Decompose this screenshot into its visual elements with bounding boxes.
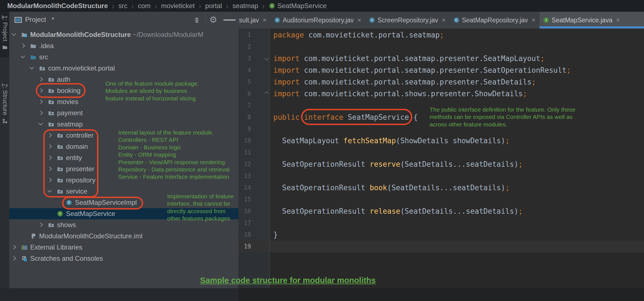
line-number: 15: [238, 194, 251, 205]
expand-chevron-icon[interactable]: [48, 188, 52, 193]
tree-row[interactable]: .idea: [9, 40, 238, 51]
tree-row[interactable]: ModularMonolithCodeStructure.iml: [9, 231, 238, 242]
breadcrumb-item[interactable]: src: [119, 2, 127, 10]
folder-icon: [30, 43, 36, 49]
project-panel-title: Project: [25, 16, 46, 23]
expand-chevron-icon[interactable]: [48, 178, 52, 182]
expand-chevron-icon[interactable]: [39, 77, 43, 82]
close-icon[interactable]: ×: [263, 16, 267, 24]
expand-chevron-icon[interactable]: [48, 144, 52, 149]
tree-row[interactable]: payment: [9, 107, 238, 119]
breadcrumb-separator-icon: ›: [132, 1, 134, 11]
collapse-all-icon[interactable]: [194, 17, 200, 23]
expand-chevron-icon[interactable]: [39, 223, 43, 227]
chevron-down-icon[interactable]: ▾: [52, 16, 54, 22]
tree-row-label: presenter: [66, 165, 94, 173]
expand-chevron-icon[interactable]: [39, 121, 43, 126]
package-icon: [57, 177, 63, 183]
class-icon: C: [369, 17, 375, 23]
breadcrumb: ModularMonolithCodeStructure›src›com›mov…: [0, 0, 644, 12]
tree-row[interactable]: movies: [9, 96, 238, 107]
line-number: 12: [238, 158, 251, 170]
tree-row[interactable]: controller: [9, 130, 238, 141]
expand-chevron-icon[interactable]: [48, 156, 52, 160]
breadcrumb-item[interactable]: seatmap: [233, 2, 258, 10]
breadcrumb-separator-icon: ›: [226, 1, 228, 11]
tree-row[interactable]: Scratches and Consoles: [9, 253, 238, 264]
expand-chevron-icon[interactable]: [39, 100, 43, 104]
breadcrumb-item[interactable]: com: [138, 2, 150, 10]
close-icon[interactable]: ×: [532, 16, 536, 24]
close-icon[interactable]: ×: [616, 16, 620, 24]
hide-panel-icon[interactable]: [223, 19, 236, 21]
package-icon: [57, 132, 63, 138]
line-number: 17: [238, 217, 251, 229]
tree-row[interactable]: domain: [9, 141, 238, 152]
breadcrumb-item-label: movieticket: [161, 2, 195, 10]
line-number: 9: [238, 123, 251, 135]
line-number: 18: [238, 229, 251, 241]
breadcrumb-item[interactable]: ModularMonolithCodeStructure: [7, 2, 108, 10]
tree-row[interactable]: repository: [9, 175, 238, 186]
tree-row-label: seatmap: [57, 120, 83, 128]
project-root-icon: [21, 32, 27, 38]
expand-chevron-icon[interactable]: [12, 32, 16, 36]
package-icon: [57, 144, 63, 150]
tree-row-label: com.movieticket.portal: [48, 64, 115, 72]
interface-icon: I: [543, 17, 549, 23]
tree-row-path: ~/Downloads/ModularM: [131, 31, 203, 38]
tree-row[interactable]: ModularMonolithCodeStructure ~/Downloads…: [9, 29, 238, 40]
class-icon: C: [453, 17, 460, 23]
line-number: 3: [238, 53, 251, 64]
package-icon: [39, 65, 45, 71]
stripe-structure-icon: [3, 118, 8, 123]
expand-chevron-icon[interactable]: [21, 54, 25, 58]
code-line: import com.movieticket.portal.shows.pres…: [273, 88, 527, 100]
expand-chevron-icon[interactable]: [12, 256, 16, 261]
stripe-folder-icon: [3, 44, 8, 50]
expand-chevron-icon[interactable]: [39, 88, 43, 93]
tree-row[interactable]: src: [9, 51, 238, 63]
expand-chevron-icon[interactable]: [21, 44, 25, 48]
editor-tab[interactable]: CAuditoriumRepository.jav×: [271, 12, 365, 29]
tool-stripe-button[interactable]: 1: Project: [1, 15, 9, 50]
breadcrumb-item-label: seatmap: [233, 2, 258, 10]
editor-area[interactable]: 1package com.movieticket.portal.seatmap;…: [238, 12, 644, 301]
tree-row[interactable]: auth: [9, 74, 238, 85]
tree-row[interactable]: presenter: [9, 163, 238, 175]
tree-row[interactable]: seatmap: [9, 119, 238, 130]
editor-tab[interactable]: ISeatMapService.java×: [539, 12, 644, 29]
tree-row[interactable]: shows: [9, 219, 238, 231]
tool-stripe-button[interactable]: 7: Structure: [1, 83, 9, 123]
code-line: public interface SeatMapService {: [273, 111, 418, 123]
gear-icon[interactable]: ⚙: [209, 14, 217, 26]
editor-tab[interactable]: CScreenRepository.jav×: [365, 12, 450, 29]
tab-label: ScreenRepository.jav: [378, 17, 438, 24]
tree-row[interactable]: service: [9, 186, 238, 197]
tree-row[interactable]: External Libraries: [9, 242, 238, 253]
code-line: }: [273, 229, 278, 241]
editor-tab[interactable]: sult.jav×: [238, 12, 271, 29]
breadcrumb-item[interactable]: movieticket: [161, 2, 195, 10]
breadcrumb-separator-icon: ›: [155, 1, 157, 11]
expand-chevron-icon[interactable]: [30, 65, 34, 70]
close-icon[interactable]: ×: [442, 16, 446, 24]
tree-row[interactable]: booking: [9, 85, 238, 96]
package-icon: [57, 155, 63, 161]
close-icon[interactable]: ×: [357, 16, 361, 24]
expand-chevron-icon[interactable]: [48, 167, 52, 171]
breadcrumb-item[interactable]: ISeatMapService: [269, 2, 327, 10]
package-icon: [48, 121, 54, 127]
tree-row-label: ModularMonolithCodeStructure ~/Downloads…: [30, 31, 203, 39]
line-number: 13: [238, 170, 251, 182]
editor-tab[interactable]: CSeatMapRepository.jav×: [450, 12, 539, 29]
breadcrumb-item[interactable]: portal: [205, 2, 222, 10]
expand-chevron-icon[interactable]: [12, 245, 16, 250]
panel-bottom-strip: [0, 288, 238, 301]
tree-row[interactable]: CSeatMapServiceImpl: [9, 197, 238, 208]
tree-row[interactable]: com.movieticket.portal: [9, 63, 238, 74]
expand-chevron-icon[interactable]: [48, 133, 52, 138]
expand-chevron-icon[interactable]: [39, 111, 43, 115]
tree-row[interactable]: entity: [9, 152, 238, 163]
tree-row[interactable]: ISeatMapService: [9, 208, 238, 219]
